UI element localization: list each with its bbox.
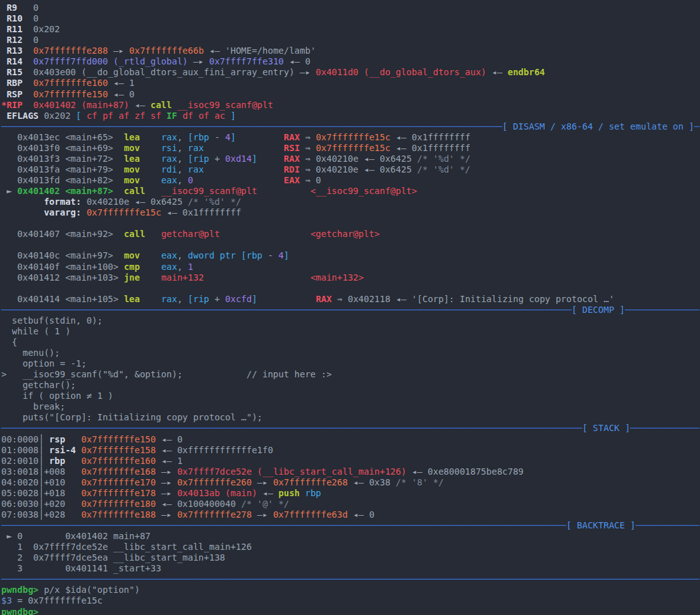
- stack-row: 06:0030│+020 0x7fffffffe180 ◂— 0x1004000…: [1, 499, 289, 509]
- decomp-line: break;: [1, 401, 65, 411]
- decomp-line: setbuf(stdin, 0);: [1, 315, 102, 326]
- disasm-row-current: ► 0x401402 <main+87> call __isoc99_scanf…: [1, 186, 417, 196]
- stack-pane: ────────────────────────────────────────…: [1, 423, 700, 520]
- backtrace-frame-1: 1 0x7ffff7dce52e __libc_start_call_main+…: [1, 542, 252, 552]
- register-row-r15: R15 0x403e00 (__do_global_dtors_aux_fini…: [1, 67, 545, 77]
- backtrace-frame-2: 2 0x7ffff7dce5ea __libc_start_main+138: [1, 552, 225, 563]
- disasm-row: 0x401407 <main+92> call getchar@plt <get…: [1, 229, 379, 239]
- register-row-r9: R9 0: [1, 3, 39, 13]
- decomp-line: if ( option ≠ 1 ): [1, 391, 113, 401]
- command-prompt[interactable]: pwndbg>: [1, 607, 44, 615]
- backtrace-frame-3: 3 0x401141 _start+33: [1, 563, 161, 573]
- backtrace-section-header: ────────────────────────────────────────…: [1, 520, 699, 530]
- prompt-separator-line: ────────────────────────────────────────…: [1, 574, 699, 584]
- disasm-row: 0x4013f3 <main+72> lea rax, [rip + 0xd14…: [1, 154, 470, 164]
- registers-pane: R9 0 R10 0 R11 0x202 R12 0 R13 0x7ffffff…: [1, 3, 700, 121]
- register-row-rip: *RIP 0x401402 (main+87) ◂— call __isoc99…: [1, 100, 273, 110]
- disasm-section-header: ────────────────────────────────────────…: [1, 121, 699, 131]
- disasm-row: 0x40140f <main+100> cmp eax, 1: [1, 262, 193, 272]
- decomp-line: menu();: [1, 348, 60, 358]
- register-row-r13: R13 0x7fffffffe288 —▸ 0x7fffffffe66b ◂— …: [1, 46, 316, 56]
- disasm-row: 0x401414 <main+105> lea rax, [rip + 0xcf…: [1, 294, 614, 304]
- stack-row: 04:0020│+010 0x7fffffffe170 —▸ 0x7ffffff…: [1, 477, 444, 487]
- pwndbg-terminal-window: R9 0 R10 0 R11 0x202 R12 0 R13 0x7ffffff…: [0, 0, 700, 615]
- stack-section-header: ────────────────────────────────────────…: [1, 423, 699, 433]
- register-row-rsp: RSP 0x7fffffffe150 ◂— 0: [1, 89, 135, 99]
- stack-row: 02:0010│ rbp 0x7fffffffe160 ◂— 1: [1, 456, 183, 466]
- decomp-section-header: ────────────────────────────────────────…: [1, 305, 699, 315]
- disasm-call-arg-vararg: vararg: 0x7fffffffe15c ◂— 0x1ffffffff: [1, 207, 241, 217]
- stack-row: 00:0000│ rsp 0x7fffffffe150 ◂— 0: [1, 434, 183, 444]
- register-row-r11: R11 0x202: [1, 24, 60, 34]
- register-row-rbp: RBP 0x7fffffffe160 ◂— 1: [1, 78, 135, 88]
- command-prompt-pane[interactable]: ────────────────────────────────────────…: [1, 574, 700, 615]
- disasm-row: 0x40140c <main+97> mov eax, dword ptr [r…: [1, 250, 289, 260]
- backtrace-frame-0-current: ► 0 0x401402 main+87: [1, 531, 150, 541]
- register-row-eflags: EFLAGS 0x202 [ cf pf af zf sf IF df of a…: [1, 111, 236, 121]
- decomp-pane: ────────────────────────────────────────…: [1, 305, 700, 423]
- disasm-pane: ────────────────────────────────────────…: [1, 121, 700, 305]
- disasm-call-arg-format: format: 0x40210e ◂— 0x6425 /* '%d' */: [1, 197, 241, 207]
- decomp-line: {: [1, 337, 17, 347]
- decomp-line: puts("[Corp]: Initializing copy protocol…: [1, 412, 262, 422]
- stack-row: 05:0028│+018 0x7fffffffe178 —▸ 0x4013ab …: [1, 488, 321, 498]
- command-result-line: $3 = 0x7fffffffe15c: [1, 595, 102, 606]
- register-row-r12: R12 0: [1, 35, 39, 45]
- disasm-row: 0x4013ec <main+65> lea rax, [rbp - 4] RA…: [1, 132, 470, 142]
- decomp-line: while ( 1 ): [1, 326, 71, 336]
- backtrace-pane: ────────────────────────────────────────…: [1, 520, 700, 574]
- disasm-row: 0x401412 <main+103> jne main+132 <main+1…: [1, 272, 364, 283]
- decomp-line: getchar();: [1, 380, 76, 390]
- disasm-row: 0x4013f0 <main+69> mov rsi, rax RSI ⇒ 0x…: [1, 143, 470, 153]
- disasm-row: 0x4013fa <main+79> mov rdi, rax RDI ⇒ 0x…: [1, 164, 470, 174]
- decomp-line-current: > __isoc99_scanf("%d", &option); // inpu…: [1, 369, 332, 379]
- stack-row: 07:0038│+028 0x7fffffffe188 —▸ 0x7ffffff…: [1, 509, 374, 520]
- register-row-r10: R10 0: [1, 13, 39, 23]
- stack-row: 01:0008│ rsi-4 0x7fffffffe158 ◂— 0xfffff…: [1, 445, 273, 455]
- command-history-line: pwndbg> p/x $ida("option"): [1, 585, 140, 595]
- register-row-r14: R14 0x7ffff7ffd000 (_rtld_global) —▸ 0x7…: [1, 56, 310, 66]
- disasm-row: 0x4013fd <main+82> mov eax, 0 EAX ⇒ 0: [1, 175, 321, 185]
- stack-row: 03:0018│+008 0x7fffffffe168 —▸ 0x7ffff7d…: [1, 466, 524, 477]
- decomp-line: option = -1;: [1, 358, 87, 368]
